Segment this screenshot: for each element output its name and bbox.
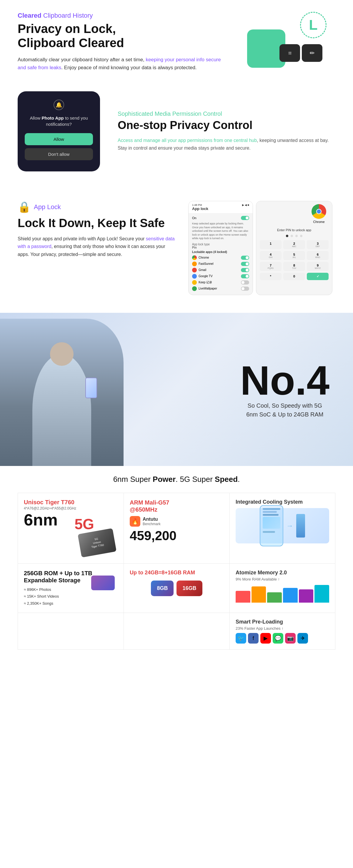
permission-phone-mockup: 🔔 Allow Photo App to send you notificati… <box>17 91 100 172</box>
pin-key-0[interactable]: 0 <box>283 273 305 280</box>
desc-green: Access and manage all your app permissio… <box>118 138 257 143</box>
pin-key-9[interactable]: 9WXYZ <box>307 262 328 271</box>
app-row-keep: Keep 记录 <box>192 280 249 285</box>
tab-btn-2: ✏ <box>302 44 322 62</box>
screen-desc: Keep selected apps private by locking th… <box>192 222 249 240</box>
pin-key-7[interactable]: 7PQRS <box>260 262 282 271</box>
atomize-sub: 9% More RAM Available ↑ <box>236 577 329 581</box>
clock-icon: L <box>300 12 326 38</box>
googletv-toggle[interactable] <box>241 274 249 278</box>
unisoc-sub: 4*A76@2.2GHz+4*A55@2.0GHz <box>24 506 118 510</box>
permission-text: Sophisticated Media Permission Control O… <box>118 111 336 152</box>
twitter-icon: 🐦 <box>236 633 246 644</box>
screen-title-bar: App lock <box>192 207 249 211</box>
atomize-title: Atomize Memory 2.0 <box>236 570 329 576</box>
songs-stat: ≈ 2,350K+ Songs <box>24 600 118 607</box>
chrome-big-icon <box>312 204 326 219</box>
gmail-toggle[interactable] <box>241 268 249 272</box>
pin-content: Enter PIN to unlock app 1 2ABC 3DEF 4GHI… <box>256 225 332 284</box>
pin-key-2[interactable]: 2ABC <box>283 240 305 249</box>
mem-bar-1 <box>236 591 250 602</box>
applock-desc: Shield your apps and private info with A… <box>17 235 176 258</box>
clipboard-title: Privacy on Lock, Clipboard Cleared <box>17 22 223 50</box>
pin-key-5[interactable]: 5JKL <box>283 251 305 260</box>
phone-in-hand <box>85 378 97 398</box>
arm-title-line2: @650MHz <box>130 506 157 513</box>
pin-key-1[interactable]: 1 <box>260 240 282 249</box>
screen-status-bar: 1:48 PM ▶ ◀ ■ App lock <box>188 201 253 214</box>
antutu-icon: 🔥 <box>130 516 140 527</box>
arm-cell: ARM Mali-G57 @650MHz 🔥 Antutu Benchmark … <box>123 493 230 564</box>
header-end: . <box>238 475 240 484</box>
unisoc-cell: Unisoc Tiger T760 4*A76@2.2GHz+4*A55@2.0… <box>17 493 123 564</box>
app-row-googletv: Google TV <box>192 274 249 279</box>
cleared-text: Cleared <box>17 12 41 19</box>
clipboard-illustration: L ⌗ ✏ <box>235 12 336 76</box>
chip-area: 5G Unisoc Tiger T760 <box>24 531 118 558</box>
pin-title: Enter PIN to unlock app <box>260 228 328 232</box>
type-value: Pin <box>192 246 197 249</box>
gmail-icon <box>192 268 197 273</box>
fastsunnel-toggle[interactable] <box>241 262 249 266</box>
ram-extra-cell <box>123 613 230 650</box>
antutu-text: Antutu <box>143 517 161 522</box>
desc-plain: Shield your apps and private info with A… <box>17 236 146 241</box>
pin-key-6[interactable]: 6MNO <box>307 251 328 260</box>
ram-chip-16gb: 16GB <box>176 581 202 596</box>
permission-title: One-stop Privacy Control <box>118 119 336 132</box>
antutu-score: 459,200 <box>130 528 223 543</box>
smart-sub: 23% Faster App Launches ↑ <box>236 626 329 630</box>
app-left: Chrome <box>192 255 209 260</box>
on-toggle[interactable] <box>241 216 249 220</box>
applock-tag: 🔒 App Lock <box>17 201 176 213</box>
mem-bar-4 <box>283 588 298 602</box>
livewallpaper-toggle[interactable] <box>241 287 249 291</box>
pin-key-confirm[interactable]: ✓ <box>307 273 328 280</box>
lockable-header: Lockable apps (4 locked) <box>192 250 249 254</box>
antutu-subtext: Benchmark <box>143 522 161 526</box>
chip8-label: 8GB <box>157 585 168 591</box>
unisoc-tag: Unisoc Tiger T760 <box>24 499 118 506</box>
applock-pin-screen: Chrome Enter PIN to unlock app 1 2ABC 3D… <box>256 201 332 295</box>
antutu-brand: Antutu Benchmark <box>143 517 161 526</box>
pin-key-4[interactable]: 4GHI <box>260 251 282 260</box>
clipboard-text: Cleared Clipboard History Privacy on Loc… <box>17 12 235 71</box>
header-start: 6nm Super <box>113 475 153 484</box>
fastsunnel-icon <box>192 261 197 266</box>
chrome-mini-icon <box>192 255 197 260</box>
chrome-inner-circle <box>316 209 321 214</box>
clipboard-desc: Automatically clear your clipboard histo… <box>17 56 223 71</box>
type-label: App lock type Pin <box>192 243 249 249</box>
speed-word: Speed <box>215 475 238 484</box>
hero-person <box>0 319 123 466</box>
screen-body: On Keep selected apps private by locking… <box>188 214 253 295</box>
pin-dot-1 <box>286 235 288 237</box>
person-head <box>50 342 74 366</box>
memory-bars <box>236 585 329 602</box>
permission-desc: Access and manage all your app permissio… <box>118 137 336 152</box>
header-mid: . 5G Super <box>176 475 215 484</box>
keep-toggle[interactable] <box>241 280 249 284</box>
pin-key-8[interactable]: 8TUV <box>283 262 305 271</box>
history-text: Clipboard History <box>43 12 93 19</box>
power-header: 6nm Super Power. 5G Super Speed. <box>0 466 353 487</box>
permission-section: 🔔 Allow Photo App to send you notificati… <box>0 85 353 189</box>
dont-allow-button[interactable]: Don't allow <box>25 148 93 160</box>
pin-key-3[interactable]: 3DEF <box>307 240 328 249</box>
applock-phone-screen: 1:48 PM ▶ ◀ ■ App lock On Keep selected … <box>188 201 253 295</box>
storage-cell: 256GB ROM + Up to 1TB Expandable Storage… <box>17 564 123 613</box>
youtube-icon: ▶ <box>260 633 271 644</box>
on-row: On <box>192 216 249 220</box>
pin-key-star[interactable]: * <box>260 273 282 280</box>
applock-tag-label: App Lock <box>34 203 61 211</box>
specs-row2: 256GB ROM + Up to 1TB Expandable Storage… <box>0 564 353 613</box>
unisoc-6nm-label: 6nm <box>24 512 118 528</box>
unisoc-nm-area: 5G 6nm <box>24 512 118 528</box>
transparent-phone <box>260 505 283 546</box>
cooling-arrows: → <box>286 522 293 530</box>
smart-title: Smart Pre-Loading <box>236 619 329 625</box>
applock-screens: 1:48 PM ▶ ◀ ■ App lock On Keep selected … <box>188 201 336 295</box>
allow-button[interactable]: Allow <box>25 133 93 145</box>
clipboard-tag: Cleared Clipboard History <box>17 12 223 20</box>
chrome-toggle[interactable] <box>241 256 249 260</box>
